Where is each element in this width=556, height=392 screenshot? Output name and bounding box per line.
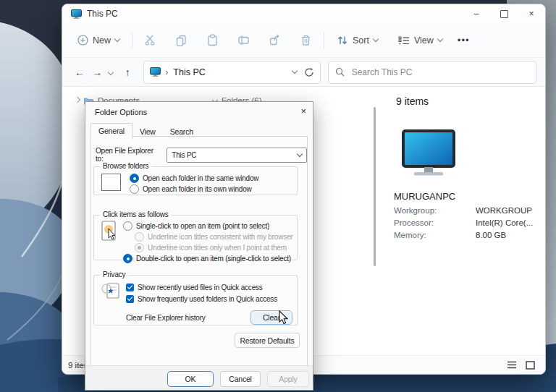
details-pane: 9 items MURUGANPC Workgroup: WORKGROUP P… (392, 87, 545, 356)
toolbar-separator (132, 33, 132, 48)
rename-icon[interactable] (237, 34, 250, 46)
new-button-label: New (93, 35, 111, 46)
items-count-label: 9 items (396, 95, 429, 107)
address-dropdown-chevron-icon[interactable] (291, 68, 297, 74)
restore-defaults-button[interactable]: Restore Defaults (235, 333, 300, 348)
dialog-button-bar: OK Cancel Apply (85, 365, 313, 390)
back-button[interactable]: ← (71, 67, 88, 78)
folder-options-dialog: Folder Options × General View Search Ope… (85, 101, 313, 391)
privacy-group-title: Privacy (100, 270, 128, 278)
view-icon (398, 35, 410, 46)
large-thumbnails-view-toggle-icon[interactable] (526, 361, 535, 370)
computer-details: Workgroup: WORKGROUP Processor: Intel(R)… (394, 205, 533, 242)
recent-locations-chevron-icon[interactable] (108, 69, 114, 74)
radio-disabled-icon (135, 232, 144, 242)
ok-button[interactable]: OK (167, 371, 214, 387)
open-to-combobox[interactable]: This PC (167, 148, 307, 163)
checkbox-label: Show frequently used folders in Quick ac… (138, 295, 277, 303)
delete-icon[interactable] (300, 34, 312, 46)
radio-unselected-icon[interactable] (123, 221, 132, 231)
tab-search[interactable]: Search (163, 124, 201, 140)
search-input[interactable] (350, 67, 520, 78)
view-button[interactable]: View (393, 31, 447, 50)
cut-icon[interactable] (144, 34, 156, 46)
vertical-scrollbar[interactable] (374, 107, 376, 266)
radio-label: Open each folder in the same window (143, 174, 258, 182)
address-bar-row: ← → ↑ › This PC (62, 58, 545, 86)
toolbar-separator (324, 33, 324, 48)
radio-own-window[interactable]: Open each folder in its own window (130, 184, 258, 195)
radio-underline-point: Underline icon titles only when I point … (135, 242, 292, 253)
radio-same-window[interactable]: Open each folder in the same window (130, 173, 258, 184)
checkbox-frequent-folders[interactable]: Show frequently used folders in Quick ac… (126, 293, 298, 304)
chevron-down-icon (437, 36, 443, 42)
window-title: This PC (87, 9, 118, 19)
detail-value: WORKGROUP (476, 205, 532, 217)
tab-strip: General View Search (90, 123, 201, 140)
dialog-close-button[interactable]: × (301, 106, 306, 116)
radio-unselected-icon[interactable] (130, 184, 139, 194)
tab-general[interactable]: General (90, 123, 132, 140)
details-view-toggle-icon[interactable] (507, 361, 517, 369)
refresh-icon[interactable] (304, 67, 314, 77)
detail-value: Intel(R) Core(... (476, 217, 533, 229)
cancel-button[interactable]: Cancel (220, 371, 261, 387)
minimize-button[interactable]: – (463, 4, 490, 23)
search-box[interactable] (328, 61, 536, 84)
detail-row: Processor: Intel(R) Core(... (394, 217, 533, 229)
radio-selected-icon[interactable] (130, 174, 139, 183)
checkbox-checked-icon[interactable] (126, 284, 134, 291)
open-file-explorer-to-label: Open File Explorer to: (96, 147, 161, 163)
chevron-down-icon (373, 36, 379, 42)
chevron-right-icon (75, 96, 80, 102)
forward-button[interactable]: → (88, 67, 106, 78)
combobox-value: This PC (172, 151, 196, 159)
copy-icon[interactable] (175, 34, 188, 46)
this-pc-icon (150, 67, 161, 77)
command-bar: New Sort View ••• (62, 23, 545, 58)
view-button-label: View (414, 35, 434, 46)
radio-selected-icon[interactable] (123, 254, 132, 263)
browse-folders-group-title: Browse folders (100, 162, 151, 170)
radio-underline-consistent: Underline icon titles consistent with my… (135, 231, 292, 242)
up-button[interactable]: ↑ (119, 67, 136, 78)
computer-name-label: MURUGANPC (394, 191, 455, 202)
breadcrumb-separator-icon: › (165, 67, 168, 77)
more-options-button[interactable]: ••• (458, 35, 470, 46)
click-items-group-title: Click items as follows (100, 210, 172, 218)
search-icon (335, 67, 345, 77)
share-icon[interactable] (269, 34, 281, 46)
radio-label: Underline icon titles only when I point … (148, 244, 287, 252)
checkbox-checked-icon[interactable] (126, 295, 134, 303)
paste-icon[interactable] (206, 34, 219, 46)
close-button[interactable]: × (518, 4, 545, 23)
detail-label: Processor: (394, 217, 476, 229)
detail-row: Memory: 8.00 GB (394, 229, 533, 242)
browse-folders-icon (101, 174, 121, 191)
detail-label: Memory: (394, 229, 476, 242)
sort-icon (337, 35, 348, 46)
new-plus-icon (77, 35, 88, 46)
maximize-button[interactable] (490, 4, 518, 23)
radio-single-click[interactable]: Single-click to open an item (point to s… (123, 221, 292, 231)
breadcrumb-this-pc[interactable]: This PC (173, 67, 205, 77)
new-button[interactable]: New (72, 30, 125, 50)
this-pc-icon (71, 9, 82, 19)
radio-label: Double-click to open an item (single-cli… (136, 255, 291, 263)
radio-disabled-selected-icon (135, 243, 144, 252)
radio-double-click[interactable]: Double-click to open an item (single-cli… (123, 253, 292, 264)
radio-label: Single-click to open an item (point to s… (136, 222, 269, 230)
detail-row: Workgroup: WORKGROUP (394, 205, 533, 217)
checkbox-recent-files[interactable]: Show recently used files in Quick access (126, 281, 298, 293)
sort-button[interactable]: Sort (332, 30, 383, 50)
dialog-title: Folder Options (95, 108, 147, 116)
clear-history-label: Clear File Explorer history (126, 314, 206, 322)
titlebar[interactable]: This PC – × (62, 4, 545, 23)
tab-view[interactable]: View (132, 124, 163, 140)
radio-label: Underline icon titles consistent with my… (148, 233, 292, 241)
chevron-down-icon (114, 36, 120, 42)
checkbox-label: Show recently used files in Quick access (138, 284, 263, 291)
address-breadcrumb[interactable]: › This PC (143, 61, 320, 84)
mouse-cursor-icon (278, 310, 290, 326)
general-tab-page: Open File Explorer to: This PC Browse fo… (90, 136, 308, 366)
